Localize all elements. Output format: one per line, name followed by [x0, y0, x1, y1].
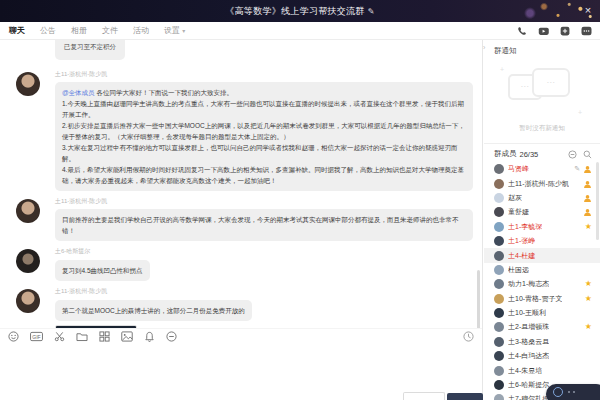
member-avatar[interactable]: [494, 222, 504, 232]
avatar[interactable]: [16, 249, 40, 273]
chat-message: 土11-浙杭州-陈少凯 @全体成员 各位同学大家好！下面说一下我们的大致安排。 …: [0, 70, 482, 191]
phone-icon[interactable]: [517, 26, 527, 36]
mention-all-link[interactable]: @全体成员: [62, 89, 95, 96]
member-name: 土7-穆尔扎提: [508, 394, 549, 400]
sender-name: 土6-哈斯提尔: [55, 247, 482, 256]
member-avatar[interactable]: [494, 337, 504, 347]
member-name: 童舒婕: [508, 207, 529, 217]
star-icon: ★: [585, 223, 592, 231]
member-name: 土6-哈斯提尔: [508, 380, 549, 390]
member-avatar[interactable]: [494, 380, 504, 390]
member-row[interactable]: 土1-张峥: [484, 234, 600, 248]
floating-call-widget[interactable]: [546, 384, 600, 400]
minus-circle-icon[interactable]: [166, 331, 177, 342]
member-name: 土3-格桑云旦: [508, 337, 549, 347]
message-bubble: @全体成员 各位同学大家好！下面说一下我们的大致安排。 1.今天晚上直播由赵珊同…: [55, 82, 473, 191]
video-icon[interactable]: [538, 26, 549, 36]
member-row[interactable]: 童舒婕: [484, 205, 600, 219]
tab-files[interactable]: 文件: [102, 25, 118, 36]
member-scrollbar[interactable]: [596, 162, 599, 240]
member-row[interactable]: 土10-青格-贾子文★: [484, 292, 600, 306]
member-name: 土1-张峥: [508, 236, 535, 246]
member-avatar[interactable]: [494, 164, 504, 174]
grid-icon[interactable]: [99, 331, 110, 342]
member-avatar[interactable]: [494, 351, 504, 361]
member-name: 土4-杜建: [508, 251, 535, 261]
folder-icon[interactable]: [76, 331, 88, 342]
star-icon: ★: [585, 323, 592, 331]
member-avatar[interactable]: [494, 279, 504, 289]
filter-icon[interactable]: [568, 150, 577, 159]
avatar[interactable]: [16, 199, 40, 223]
bell-icon[interactable]: [144, 331, 155, 342]
member-avatar[interactable]: [494, 394, 504, 400]
member-name: 马贤峰: [508, 164, 529, 174]
chevron-down-icon: ▾: [182, 28, 185, 34]
member-list: 马贤峰✎土11-浙杭州-陈少凯赵灰童舒婕土1-李毓琛★土1-张峥土4-杜建杜国远…: [484, 162, 600, 400]
member-row[interactable]: 土4-杜建: [484, 248, 600, 262]
member-row[interactable]: 土2-旦增顿珠★: [484, 320, 600, 334]
svg-text:GIF: GIF: [32, 334, 40, 340]
member-name: 土10-王顺利: [508, 308, 546, 318]
member-avatar[interactable]: [494, 366, 504, 376]
message-bubble: 第二个就是MOOC上的聂博士讲的，这部分二月份是免费开放的: [55, 300, 252, 321]
member-row[interactable]: 杜国远: [484, 263, 600, 277]
screenshot-icon[interactable]: [54, 331, 65, 342]
member-name: 土4-朱昱培: [508, 366, 542, 376]
tab-album[interactable]: 相册: [71, 25, 87, 36]
message-bubble: 目前推荐的主要是我们学校自己开设的高等数学网课，大家会发现，今天的期末考试其实在…: [55, 209, 473, 241]
tab-settings[interactable]: 设置 ▾: [164, 25, 185, 36]
tab-announcement[interactable]: 公告: [40, 25, 56, 36]
close-window-icon[interactable]: ×: [581, 3, 595, 17]
member-name: 土4-白玛达杰: [508, 351, 549, 361]
member-name: 杜国远: [508, 265, 529, 275]
tab-activity[interactable]: 活动: [133, 25, 149, 36]
window-titlebar[interactable]: 《高等数学》线上学习帮扶交流群✎ ×: [0, 0, 600, 22]
member-avatar[interactable]: [494, 308, 504, 318]
right-sidebar: › 群通知 ⋯ ⋯ + + 暂时没有新通知 群成员 26/35 马贤峰✎土11-…: [484, 40, 600, 400]
member-row[interactable]: 土4-朱昱培: [484, 363, 600, 377]
message-bubble: 复习到4.5曲线凹凸性和拐点: [55, 260, 150, 281]
sender-name: 土11-浙杭州-陈少凯: [55, 287, 482, 296]
chat-area: 已复习至不定积分 土11-浙杭州-陈少凯 @全体成员 各位同学大家好！下面说一下…: [0, 40, 483, 400]
member-avatar[interactable]: [494, 265, 504, 275]
input-toolbar: GIF: [0, 328, 482, 344]
member-row[interactable]: 土1-李毓琛★: [484, 220, 600, 234]
member-avatar[interactable]: [494, 251, 504, 261]
avatar[interactable]: [16, 289, 40, 313]
send-button[interactable]: [447, 393, 483, 400]
emoji-icon[interactable]: [8, 331, 19, 342]
tab-chat[interactable]: 聊天: [9, 25, 25, 36]
more-icon[interactable]: [581, 26, 592, 36]
gif-icon[interactable]: GIF: [30, 331, 43, 342]
collapse-panel-icon[interactable]: ›: [483, 44, 485, 51]
history-clock-icon[interactable]: [463, 331, 474, 342]
sender-name: 土11-浙杭州-陈少凯: [55, 70, 482, 79]
member-name: 土10-青格-贾子文: [508, 294, 562, 304]
close-chat-button[interactable]: [403, 392, 445, 400]
chat-message: 土6-哈斯提尔 复习到4.5曲线凹凸性和拐点: [0, 247, 482, 281]
sender-name: 土11-浙杭州-陈少凯: [55, 197, 482, 206]
search-icon[interactable]: [583, 150, 592, 159]
empty-notice-text: 暂时没有新通知: [484, 124, 600, 133]
member-avatar[interactable]: [494, 294, 504, 304]
member-name: 土11-浙杭州-陈少凯: [508, 179, 569, 189]
image-icon[interactable]: [121, 331, 133, 342]
member-row[interactable]: 土4-白玛达杰: [484, 349, 600, 363]
member-avatar[interactable]: [494, 193, 504, 203]
member-row[interactable]: 土3-格桑云旦: [484, 335, 600, 349]
edit-title-icon[interactable]: ✎: [368, 7, 375, 16]
chat-message: 土11-浙杭州-陈少凯 目前推荐的主要是我们学校自己开设的高等数学网课，大家会发…: [0, 197, 482, 241]
member-row[interactable]: 土10-王顺利: [484, 306, 600, 320]
member-name: 动力1-梅志杰: [508, 279, 549, 289]
avatar[interactable]: [16, 72, 40, 96]
member-avatar[interactable]: [494, 207, 504, 217]
member-avatar[interactable]: [494, 322, 504, 332]
member-row[interactable]: 动力1-梅志杰★: [484, 277, 600, 291]
tab-bar: 聊天 公告 相册 文件 活动 设置 ▾: [0, 22, 600, 40]
new-chat-icon[interactable]: [560, 26, 570, 36]
message-bubble-partial: 已复习至不定积分: [55, 40, 125, 60]
pencil-icon[interactable]: ✎: [574, 165, 580, 173]
member-avatar[interactable]: [494, 236, 504, 246]
member-avatar[interactable]: [494, 179, 504, 189]
